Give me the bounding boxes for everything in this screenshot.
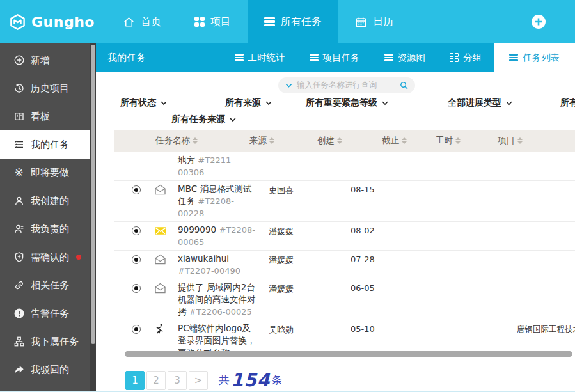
tab-hours-stats[interactable]: 工时统计 <box>223 43 297 72</box>
tab-grouping[interactable]: 分组 <box>437 43 494 72</box>
sidebar-item-created-by-me[interactable]: 我创建的 <box>0 187 96 215</box>
total-number: 154 <box>231 370 270 391</box>
sort-icon[interactable] <box>269 137 274 144</box>
page-button-3[interactable]: 3 <box>168 371 187 390</box>
chevron-down-icon <box>265 99 272 107</box>
gungho-logo-icon <box>9 13 26 31</box>
task-title[interactable]: xiawukaihui <box>178 253 229 263</box>
sidebar-item-owned-by-me[interactable]: 我负责的 <box>0 215 96 243</box>
tab-project-tasks[interactable]: 项目任务 <box>297 43 372 72</box>
sidebar-item-related-tasks[interactable]: 相关任务 <box>0 271 96 299</box>
tab-task-list[interactable]: 任务列表 <box>494 43 575 72</box>
filter-priority[interactable]: 所有重要紧急等级 <box>306 97 389 109</box>
column-header-hours[interactable]: 工时 <box>436 135 461 146</box>
chevron-down-icon <box>381 99 389 107</box>
radio-button[interactable] <box>132 226 141 235</box>
sidebar-item-history-projects[interactable]: 历史项目 <box>0 74 96 102</box>
runner-icon <box>154 323 168 336</box>
page-title: 我的任务 <box>96 43 146 72</box>
table-header: 任务名称 来源 创建 截止 工时 项目 <box>114 130 575 152</box>
column-header-project[interactable]: 项目 <box>498 135 523 146</box>
filter-status[interactable]: 所有状态 <box>120 97 168 109</box>
task-title[interactable]: 9099090 <box>178 224 216 235</box>
column-header-created[interactable]: 创建 <box>317 135 342 146</box>
filter-source[interactable]: 所有来源 <box>225 97 272 109</box>
filter-label: 所有来源 <box>225 97 261 109</box>
table-row[interactable]: MBC 消息格式测试任务 #T2208-00228 史国喜 08-15 <box>114 181 575 222</box>
task-title[interactable]: 地方 <box>178 155 195 165</box>
filter-label: 所有 <box>560 97 575 109</box>
nav-label: 所有任务 <box>281 15 322 29</box>
grid-icon <box>194 17 205 27</box>
tab-label: 工时统计 <box>248 52 285 64</box>
page-button-2[interactable]: 2 <box>146 371 166 390</box>
sidebar-label: 我创建的 <box>31 195 69 207</box>
column-header-source[interactable]: 来源 <box>249 135 274 146</box>
sidebar-label: 即将要做 <box>31 167 69 179</box>
tab-label: 任务列表 <box>523 52 560 64</box>
filter-label: 所有状态 <box>120 97 156 109</box>
table-row[interactable]: 9099090 #T2208-00065 潘媛媛 08-02 <box>114 222 575 251</box>
forward-icon <box>13 364 25 376</box>
sidebar-label: 我的任务 <box>31 139 69 151</box>
sidebar-scrollbar-thumb[interactable] <box>91 45 95 344</box>
column-header-due[interactable]: 截止 <box>382 135 407 146</box>
nav-item-projects[interactable]: 项目 <box>178 0 248 43</box>
sidebar-item-subordinate-tasks[interactable]: 我下属任务 <box>0 327 96 356</box>
envelope-open-icon <box>154 184 168 196</box>
table-row[interactable]: 提供了 局域网内2台机器间的高速文件对拷 #T2206-00025 潘媛媛 06… <box>114 279 575 320</box>
nav-item-home[interactable]: 首页 <box>106 0 178 43</box>
list-icon <box>235 52 244 63</box>
sort-icon[interactable] <box>193 137 198 144</box>
radio-button[interactable] <box>132 284 141 293</box>
page-button-1[interactable]: 1 <box>125 371 145 390</box>
sort-icon[interactable] <box>517 137 523 144</box>
brand-name: Gungho <box>31 14 95 30</box>
filter-task-source[interactable]: 所有任务来源 <box>171 114 237 125</box>
view-tabs: 工时统计 项目任务 资源图 分组 任务列表 <box>223 43 575 72</box>
sidebar-label: 我负责的 <box>31 223 69 235</box>
nav-item-all-tasks[interactable]: 所有任务 <box>248 0 338 43</box>
horizontal-scrollbar[interactable] <box>125 351 572 357</box>
calendar-icon <box>355 16 367 28</box>
sidebar-item-alert-tasks[interactable]: 告警任务 <box>0 299 96 327</box>
filter-clipped[interactable]: 所有 <box>560 97 575 109</box>
table-row[interactable]: xiawukaihui #T2207-00490 潘媛媛 07-28 <box>114 251 575 279</box>
tab-resource-map[interactable]: 资源图 <box>372 43 438 72</box>
kanban-icon <box>13 111 25 123</box>
column-header-name[interactable]: 任务名称 <box>155 135 198 146</box>
task-source: 吴晗勋 <box>269 324 294 336</box>
sidebar-item-new[interactable]: 新增 <box>0 46 96 74</box>
brand-logo[interactable]: Gungho <box>0 0 106 43</box>
list-icon <box>310 52 319 63</box>
sidebar-item-upcoming[interactable]: ※ 即将要做 <box>0 159 96 187</box>
radio-button[interactable] <box>132 185 141 194</box>
sidebar-scrollbar[interactable] <box>90 43 96 392</box>
sidebar-item-kanban[interactable]: 看板 <box>0 102 96 130</box>
next-page-button[interactable]: > <box>189 371 208 390</box>
add-button[interactable] <box>531 14 546 29</box>
chevron-down-icon <box>229 116 237 123</box>
radio-button[interactable] <box>132 255 141 264</box>
sidebar-label: 历史项目 <box>31 82 69 95</box>
sidebar-item-my-tasks[interactable]: 我的任务 <box>0 130 96 159</box>
nav-item-calendar[interactable]: 日历 <box>338 0 410 43</box>
sort-icon[interactable] <box>455 137 461 144</box>
filter-label: 所有任务来源 <box>171 114 225 125</box>
table-row[interactable]: 地方 #T2211-00306 <box>114 152 575 181</box>
task-id: #T2207-00490 <box>178 266 240 276</box>
pagination: 1 2 3 > 共 154 条 <box>125 370 282 391</box>
sidebar-item-rejected-by-me[interactable]: 我驳回的 <box>0 356 96 384</box>
task-created: 07-28 <box>351 255 375 264</box>
total-suffix: 条 <box>271 373 282 388</box>
radio-button[interactable] <box>132 325 141 334</box>
total-count: 共 154 条 <box>219 370 282 391</box>
sort-icon[interactable] <box>402 137 407 144</box>
envelope-open-icon <box>154 282 168 295</box>
filter-progress-type[interactable]: 全部进展类型 <box>448 97 513 109</box>
sidebar-item-needs-confirmation[interactable]: 需确认的 <box>0 243 96 271</box>
filter-label: 所有重要紧急等级 <box>306 97 377 109</box>
sort-icon[interactable] <box>337 137 342 144</box>
chevron-down-icon <box>505 99 513 107</box>
alert-icon <box>13 308 25 320</box>
